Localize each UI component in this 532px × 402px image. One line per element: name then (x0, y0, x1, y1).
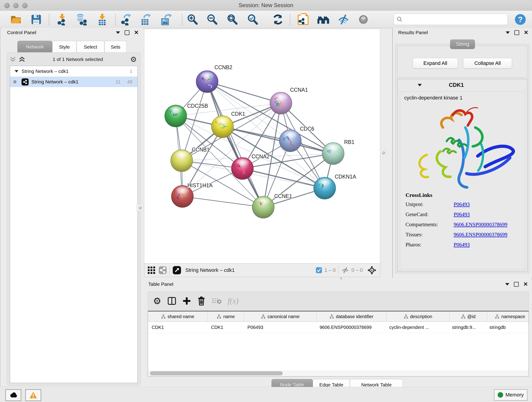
tab-select[interactable]: Select (76, 41, 104, 53)
float-panel-icon[interactable] (125, 30, 129, 35)
network-edge[interactable] (207, 82, 263, 207)
network-node-cdkn1a[interactable]: CDKN1A (314, 174, 356, 199)
pharos-link[interactable]: P06493 (454, 242, 470, 248)
network-node-cdc25b[interactable]: CDC25B (165, 103, 208, 127)
import-table-file-icon[interactable] (95, 13, 109, 26)
save-session-icon[interactable] (29, 13, 43, 26)
genecard-link[interactable]: P06493 (454, 211, 470, 217)
network-collection-row[interactable]: String Network – cdk1 1 (10, 66, 138, 77)
network-node-hist1h1a[interactable]: HIST1H1A (171, 182, 213, 207)
table-options-gear-icon[interactable]: ⚙ (153, 296, 161, 306)
zoom-in-icon[interactable] (185, 13, 200, 26)
search-input[interactable] (403, 14, 507, 24)
expand-all-networks-icon[interactable] (19, 56, 25, 62)
show-columns-icon[interactable] (167, 296, 177, 306)
collapse-gene-icon[interactable] (418, 84, 422, 86)
zoom-fit-icon[interactable] (225, 13, 239, 26)
float-panel-icon[interactable] (514, 30, 519, 35)
column-header-canonical-name[interactable]: canonical name (244, 312, 317, 322)
toolbar-search (394, 13, 508, 25)
import-network-database-icon[interactable] (74, 13, 89, 26)
close-panel-icon[interactable]: ✕ (523, 281, 528, 287)
table-cell[interactable]: stringdb (486, 322, 532, 333)
tab-string[interactable]: String (450, 39, 475, 49)
hidden-eye-slash-icon[interactable] (341, 266, 349, 274)
scrollbar-thumb[interactable] (150, 371, 283, 375)
table-row[interactable]: CDK1CDK1P064939606.ENSP00000378699cyclin… (148, 322, 529, 333)
panel-menu-icon[interactable] (116, 32, 120, 34)
table-cell[interactable]: cyclin-dependent ... (386, 322, 448, 333)
selected-checkbox-icon[interactable] (316, 267, 322, 274)
splitter-grip-left[interactable] (137, 204, 143, 211)
function-builder-icon[interactable]: f(x) (228, 297, 239, 305)
tab-network[interactable]: Network (17, 41, 52, 53)
network-node-ccna1[interactable]: CCNA1 (270, 87, 308, 114)
delete-table-icon[interactable] (212, 297, 222, 305)
network-edge[interactable] (182, 196, 263, 207)
splitter-grip-right[interactable] (380, 150, 386, 156)
column-header-shared-name[interactable]: shared name (148, 312, 208, 322)
network-node-cdk1[interactable]: CDK1 (211, 111, 245, 138)
pan-crosshair-icon[interactable] (367, 266, 376, 275)
help-icon[interactable]: ? (513, 13, 527, 26)
network-share-view-icon[interactable] (158, 266, 167, 274)
column-header-name[interactable]: name (208, 312, 244, 322)
column-header-description[interactable]: description (386, 312, 450, 322)
uniprot-link[interactable]: P06493 (454, 201, 470, 207)
network-options-gear-icon[interactable]: ⚙ (130, 55, 137, 64)
column-header-namespace[interactable]: namespace (487, 312, 532, 322)
network-graph[interactable]: CCNB2CCNA1CDC25BCDK1CDC6RB1CCNB1CCNA2CDK… (144, 29, 380, 264)
open-session-icon[interactable] (9, 13, 23, 26)
network-edge[interactable] (222, 127, 333, 153)
export-table-icon[interactable] (138, 13, 152, 26)
home-icon[interactable] (316, 13, 330, 26)
warnings-button[interactable] (25, 389, 41, 401)
memory-button[interactable]: Memory (494, 389, 527, 401)
delete-column-icon[interactable] (197, 296, 206, 306)
cloud-status-button[interactable] (5, 389, 21, 401)
gene-section-header[interactable]: CDK1 (398, 79, 527, 91)
column-header--id[interactable]: @id (450, 312, 487, 322)
main-toolbar: ? (0, 11, 532, 28)
close-panel-icon[interactable]: ✕ (524, 30, 528, 35)
network-row[interactable]: String Network – cdk1 11 48 (10, 77, 138, 87)
birdseye-view-icon[interactable] (172, 266, 181, 274)
results-panel-title: Results Panel (398, 30, 428, 35)
network-type-icon (22, 78, 29, 85)
document-share-icon[interactable] (296, 13, 310, 26)
table-cell[interactable]: CDK1 (207, 322, 244, 333)
float-panel-icon[interactable] (514, 282, 519, 287)
network-view-canvas[interactable]: CCNB2CCNA1CDC25BCDK1CDC6RB1CCNB1CCNA2CDK… (144, 29, 380, 264)
table-cell[interactable]: P06493 (244, 322, 316, 333)
zoom-out-icon[interactable] (205, 13, 219, 26)
export-network-icon[interactable] (119, 13, 133, 26)
table-cell[interactable]: 9606.ENSP00000378699 (316, 322, 386, 333)
table-cell[interactable]: CDK1 (148, 322, 207, 333)
close-panel-icon[interactable]: ✕ (134, 30, 139, 35)
zoom-selected-icon[interactable] (246, 13, 260, 26)
network-edge[interactable] (207, 82, 281, 103)
collapse-all-networks-icon[interactable] (9, 56, 16, 62)
tissues-link[interactable]: 9606.ENSP00000378699 (454, 232, 507, 238)
expand-all-button[interactable]: Expand All (413, 58, 458, 69)
refresh-icon[interactable] (271, 13, 285, 26)
string-results-content: Expand All Collapse All CDK1 cyclin-depe… (395, 44, 529, 273)
network-node-rb1[interactable]: RB1 (322, 139, 355, 165)
create-column-icon[interactable] (182, 297, 191, 305)
tab-sets[interactable]: Sets (104, 41, 127, 53)
network-selection-status: 1 of 1 Network selected (25, 57, 130, 62)
selected-node-edge-counts: 1 – 0 (324, 267, 336, 273)
grid-view-icon[interactable] (147, 266, 155, 274)
import-network-file-icon[interactable] (55, 13, 69, 26)
export-image-icon[interactable] (159, 13, 173, 26)
panel-menu-icon[interactable] (505, 283, 509, 286)
compartments-link[interactable]: 9606.ENSP00000378699 (454, 222, 507, 228)
panel-menu-icon[interactable] (506, 32, 510, 34)
table-cell[interactable]: stringdb:9... (448, 322, 486, 333)
column-header-database-identifier[interactable]: database identifier (317, 312, 386, 322)
network-node-ccnb2[interactable]: CCNB2 (196, 64, 232, 93)
collapse-all-button[interactable]: Collapse All (463, 58, 512, 69)
eye-slash-icon[interactable] (336, 13, 351, 26)
show-graphics-details-icon[interactable] (356, 13, 370, 26)
tab-style[interactable]: Style (52, 41, 76, 53)
